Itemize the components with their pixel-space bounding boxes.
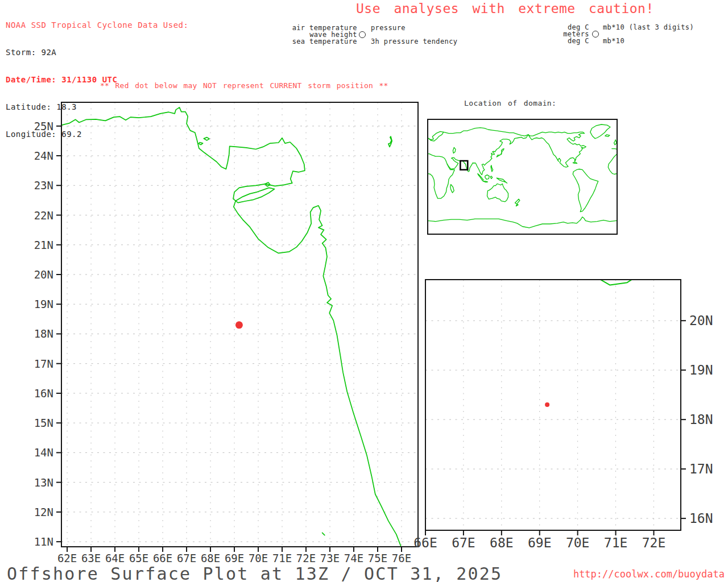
y-tick-label: 21N xyxy=(34,239,53,251)
x-tick-label: 72E xyxy=(296,552,316,564)
coastline xyxy=(388,136,392,147)
x-tick-label: 76E xyxy=(392,552,411,564)
x-tick-label: 64E xyxy=(105,552,125,564)
y-tick-label: 22N xyxy=(34,209,53,222)
x-tick-label: 63E xyxy=(81,552,101,564)
world-map-coastlines xyxy=(428,124,617,228)
x-tick-label: 73E xyxy=(320,552,340,564)
coastline xyxy=(497,178,507,183)
coastline xyxy=(497,149,504,157)
coastline xyxy=(491,92,499,97)
y-tick-label: 14N xyxy=(34,446,53,459)
x-tick-label: 67E xyxy=(177,552,196,564)
coastline xyxy=(612,149,617,149)
coastline xyxy=(588,168,597,174)
coastline xyxy=(61,107,401,547)
x-tick-label: 70E xyxy=(249,552,268,564)
x-tick-label: 69E xyxy=(225,552,244,564)
inset-map-coastlines xyxy=(264,43,728,582)
offshore-surface-plot-page: NOAA SSD Tropical Cyclone Data Used: Sto… xyxy=(0,0,728,582)
y-tick-label: 17N xyxy=(689,462,713,476)
y-tick-label: 17N xyxy=(34,357,53,370)
x-tick-label: 66E xyxy=(153,552,172,564)
coastline xyxy=(485,175,489,180)
y-tick-label: 18N xyxy=(34,327,53,340)
y-tick-label: 19N xyxy=(34,298,53,310)
y-tick-label: 19N xyxy=(689,363,713,377)
y-tick-label: 12N xyxy=(34,506,53,518)
coastline xyxy=(322,533,325,535)
coastline xyxy=(614,140,617,145)
coastline xyxy=(490,176,493,179)
y-tick-label: 15N xyxy=(34,417,53,429)
coastline xyxy=(573,162,577,163)
coastline xyxy=(482,101,489,105)
x-tick-label: 66E xyxy=(413,535,437,550)
inset-map: 66E67E68E69E70E71E72E16N17N18N19N20N xyxy=(264,43,728,582)
storm-dot xyxy=(235,321,243,329)
x-tick-label: 72E xyxy=(642,535,666,550)
coastline xyxy=(198,143,203,145)
coastline xyxy=(444,128,528,136)
storm-dot xyxy=(545,402,549,407)
coastline xyxy=(450,185,454,193)
coastline xyxy=(491,165,493,172)
coastline xyxy=(487,184,508,202)
y-tick-label: 25N xyxy=(34,120,53,132)
y-tick-label: 16N xyxy=(689,511,713,526)
y-tick-label: 20N xyxy=(689,313,713,328)
coastline xyxy=(453,147,456,153)
x-tick-label: 62E xyxy=(57,552,77,564)
coastline xyxy=(483,181,487,182)
plot-canvas: 62E63E64E65E66E67E68E69E70E71E72E73E74E7… xyxy=(0,0,728,582)
y-tick-label: 18N xyxy=(689,412,713,427)
coastline xyxy=(605,135,610,136)
coastline xyxy=(428,164,454,199)
coastline xyxy=(204,138,209,140)
y-tick-label: 16N xyxy=(34,387,53,400)
coastline xyxy=(428,217,617,228)
x-tick-label: 67E xyxy=(452,535,475,550)
x-tick-label: 68E xyxy=(201,552,220,564)
x-tick-label: 68E xyxy=(490,535,514,550)
coastline xyxy=(515,199,520,206)
footer-url[interactable]: http://coolwx.com/buoydata xyxy=(573,568,725,580)
coastline xyxy=(428,135,528,175)
x-tick-label: 75E xyxy=(368,552,387,564)
coastline xyxy=(528,132,586,167)
x-tick-label: 70E xyxy=(566,535,590,550)
coastline xyxy=(573,169,598,212)
y-tick-label: 20N xyxy=(34,268,53,281)
coastline xyxy=(428,131,444,141)
y-tick-label: 24N xyxy=(34,149,53,162)
y-tick-label: 13N xyxy=(34,476,53,489)
coastline xyxy=(608,154,617,174)
x-tick-label: 71E xyxy=(272,552,292,564)
world-map xyxy=(428,119,617,234)
coastline xyxy=(264,43,728,582)
y-tick-label: 23N xyxy=(34,179,53,192)
main-map: 62E63E64E65E66E67E68E69E70E71E72E73E74E7… xyxy=(34,102,418,564)
coastline xyxy=(478,173,483,180)
main-map-coastlines xyxy=(61,107,401,547)
x-tick-label: 74E xyxy=(344,552,363,564)
x-tick-label: 65E xyxy=(129,552,148,564)
footer-title: Offshore Surface Plot at 13Z / OCT 31, 2… xyxy=(7,564,502,582)
x-tick-label: 69E xyxy=(528,535,552,550)
y-tick-label: 11N xyxy=(34,535,53,548)
x-tick-label: 71E xyxy=(604,535,628,550)
